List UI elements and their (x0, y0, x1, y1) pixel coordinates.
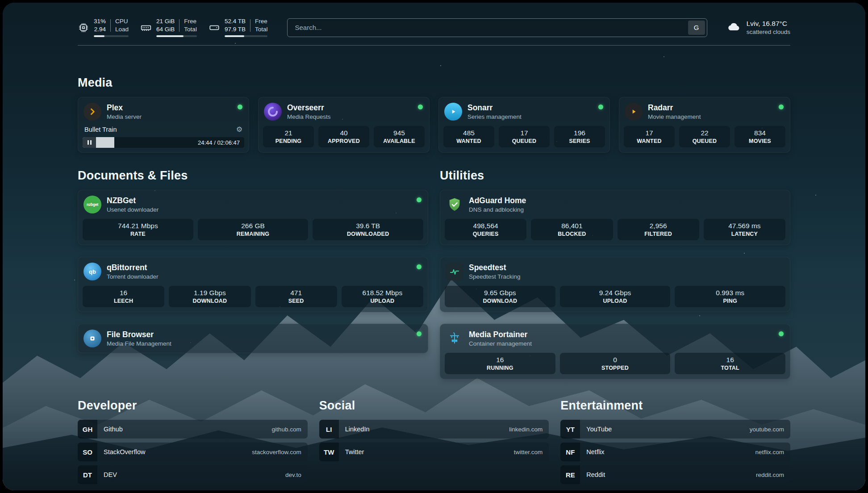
portainer-card[interactable]: Media Portainer Container management 16 … (440, 324, 790, 379)
radarr-icon (625, 103, 643, 121)
adguard-card[interactable]: AdGuard Home DNS and adblocking 498,564 … (440, 190, 790, 245)
service-name: Speedtest (469, 263, 521, 272)
qbittorrent-icon-text: qb (89, 268, 96, 275)
weather-location: Lviv, 16.87°C (747, 20, 790, 28)
stat-label: APPROVED (328, 138, 360, 144)
memory-free-label: Free (184, 18, 197, 25)
stat-box: 2,956 FILTERED (618, 219, 699, 240)
top-bar: 31% 2.94 CPU Load (78, 18, 790, 37)
stat-box: 0 STOPPED (560, 353, 671, 374)
stats-row: 744.21 Mbps RATE 266 GB REMAINING 39.6 T… (83, 219, 423, 240)
stat-box: 16 TOTAL (675, 353, 785, 374)
bookmark-linkedin[interactable]: LI LinkedIn linkedin.com (319, 420, 549, 439)
weather-texts: Lviv, 16.87°C scattered clouds (747, 20, 790, 35)
filebrowser-card[interactable]: File Browser Media File Management (78, 324, 428, 353)
disk-usage-fill (225, 35, 244, 37)
service-header: Overseerr Media Requests (263, 102, 425, 121)
stat-box: 744.21 Mbps RATE (83, 219, 193, 240)
cpu-widget: 31% 2.94 CPU Load (78, 18, 129, 37)
social-heading: Social (319, 399, 549, 413)
bookmark-dev[interactable]: DT DEV dev.to (78, 465, 308, 484)
disk-total-value: 97.9 TB (225, 26, 246, 33)
bookmark-name: Github (104, 426, 123, 433)
stat-label: BLOCKED (558, 231, 586, 237)
service-header: Media Portainer Container management (445, 329, 785, 348)
search-input[interactable] (287, 18, 707, 37)
sonarr-icon (444, 103, 462, 121)
stat-box: 471 SEED (255, 286, 337, 307)
stat-label: LATENCY (731, 231, 758, 237)
service-titles: Sonarr Series management (467, 103, 522, 120)
memory-widget: 21 GiB 64 GiB Free Total (140, 18, 197, 37)
service-subtitle: DNS and adblocking (469, 206, 526, 213)
bookmark-netflix[interactable]: NF Netflix netflix.com (560, 443, 790, 461)
stat-label: AVAILABLE (383, 138, 415, 144)
bookmark-abbr: DT (78, 465, 97, 484)
search-engine-button[interactable]: G (688, 21, 705, 35)
bookmark-twitter[interactable]: TW Twitter twitter.com (319, 443, 549, 461)
bookmark-stackoverflow[interactable]: SO StackOverflow stackoverflow.com (78, 443, 308, 461)
plex-progress-bar[interactable]: 24:44 / 02:06:47 (83, 137, 244, 148)
topbar-divider (78, 45, 790, 46)
qbittorrent-card[interactable]: qb qBittorrent Torrent downloader 16 (78, 257, 428, 312)
bookmark-reddit[interactable]: RE Reddit reddit.com (560, 465, 790, 484)
bookmark-youtube[interactable]: YT YouTube youtube.com (560, 420, 790, 439)
stat-box: 21 PENDING (263, 126, 314, 147)
stat-label: DOWNLOAD (483, 298, 517, 304)
entertainment-heading: Entertainment (560, 399, 790, 413)
bookmark-url: reddit.com (756, 472, 784, 478)
stat-value: 0 (613, 356, 617, 364)
service-name: Media Portainer (469, 330, 532, 339)
disk-usage-bar (225, 35, 268, 37)
service-name: File Browser (107, 330, 171, 339)
overseerr-card[interactable]: Overseerr Media Requests 21 PENDING 40 A… (258, 97, 430, 153)
service-subtitle: Usenet downloader (107, 206, 159, 213)
pause-button[interactable] (83, 137, 96, 148)
service-header: Plex Media server (83, 102, 244, 121)
plex-icon (83, 103, 101, 121)
speedtest-card[interactable]: Speedtest Speedtest Tracking 9.65 Gbps D… (440, 257, 790, 312)
service-header: File Browser Media File Management (83, 329, 423, 348)
cpu-icon (78, 22, 89, 33)
bookmark-abbr: SO (78, 443, 97, 461)
bookmarks-row: Developer GH Github github.com SO StackO… (78, 399, 790, 484)
cpu-load-value: 2.94 (94, 26, 106, 33)
stat-value: 17 (645, 129, 653, 137)
stat-value: 47.569 ms (728, 222, 760, 230)
disk-widget: 52.4 TB 97.9 TB Free Total (209, 18, 268, 37)
plex-card[interactable]: Plex Media server Bullet Train ⚙ 24:44 /… (78, 97, 249, 153)
stat-box: 40 APPROVED (318, 126, 369, 147)
plex-playback-time: 24:44 / 02:06:47 (198, 137, 240, 148)
bookmark-name: Reddit (586, 471, 605, 478)
service-header: Sonarr Series management (443, 102, 605, 121)
nzbget-card[interactable]: nzbget NZBGet Usenet downloader 744.21 M… (78, 190, 428, 245)
settings-gear-icon[interactable]: ⚙ (236, 125, 242, 134)
service-header: nzbget NZBGet Usenet downloader (83, 195, 423, 214)
bookmark-url: dev.to (285, 472, 301, 478)
stat-value: 266 GB (241, 222, 265, 230)
cpu-usage-fill (94, 35, 104, 37)
service-header: qb qBittorrent Torrent downloader (83, 262, 423, 281)
stat-value: 485 (463, 129, 475, 137)
stat-label: UPLOAD (370, 298, 394, 304)
stat-box: 39.6 TB DOWNLOADED (313, 219, 423, 240)
status-dot (417, 331, 421, 336)
search-bar: G (287, 18, 707, 37)
memory-widget-body: 21 GiB 64 GiB Free Total (156, 18, 197, 37)
bookmark-abbr: RE (560, 465, 580, 484)
system-widgets: 31% 2.94 CPU Load (78, 18, 267, 37)
bookmark-abbr: GH (78, 420, 97, 439)
radarr-card[interactable]: Radarr Movie management 17 WANTED 22 QUE… (619, 97, 790, 153)
nzbget-icon: nzbget (83, 196, 101, 213)
stat-label: WANTED (637, 138, 661, 144)
service-subtitle: Media server (107, 113, 142, 120)
stat-label: LEECH (114, 298, 133, 304)
widget-separator (179, 19, 179, 32)
stat-box: 16 LEECH (83, 286, 164, 307)
service-titles: File Browser Media File Management (107, 330, 171, 347)
bookmark-github[interactable]: GH Github github.com (78, 420, 308, 439)
sonarr-card[interactable]: Sonarr Series management 485 WANTED 17 Q… (438, 97, 610, 153)
stats-row: 21 PENDING 40 APPROVED 945 AVAILABLE (263, 126, 425, 147)
portainer-icon (446, 330, 463, 347)
cpu-load-label: Load (115, 26, 129, 33)
